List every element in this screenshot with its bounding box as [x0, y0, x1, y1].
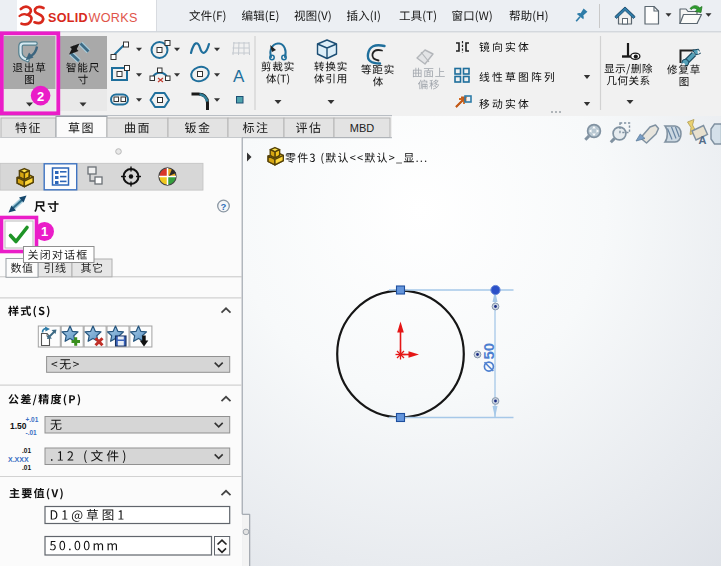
svg-text:-.01: -.01 — [26, 429, 38, 436]
svg-text:2: 2 — [37, 89, 44, 104]
svg-text:SOLID: SOLID — [48, 11, 88, 25]
svg-text:?: ? — [221, 201, 227, 212]
svg-text:+.01: +.01 — [26, 416, 39, 423]
svg-text:.01: .01 — [22, 464, 31, 471]
svg-text:MBD: MBD — [350, 122, 375, 134]
svg-text:WORKS: WORKS — [89, 11, 138, 25]
svg-text:1: 1 — [41, 224, 48, 239]
svg-text:.01: .01 — [22, 447, 31, 454]
svg-text:A: A — [699, 134, 707, 146]
svg-text:A: A — [233, 67, 245, 86]
svg-text:X.XXX: X.XXX — [8, 456, 29, 463]
svg-text:50: 50 — [480, 343, 497, 360]
svg-text:1.50: 1.50 — [10, 421, 27, 431]
